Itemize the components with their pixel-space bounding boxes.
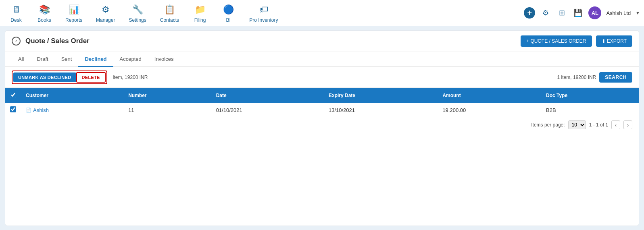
- main-content: ‹ Quote / Sales Order + QUOTE / SALES OR…: [5, 30, 639, 226]
- nav-item-bi[interactable]: 🔵 BI: [216, 1, 240, 25]
- select-all-checkbox[interactable]: [10, 92, 16, 98]
- nav-item-settings[interactable]: 🔧 Settings: [124, 1, 151, 25]
- column-header-date: Date: [211, 88, 324, 103]
- tab-invoices[interactable]: Invoices: [148, 52, 180, 67]
- action-buttons-outline: UNMARK AS DECLINED DELETE: [12, 70, 107, 84]
- toolbar-row: UNMARK AS DECLINED DELETE item, 19200 IN…: [5, 67, 639, 88]
- tabs-row: All Draft Sent Declined Accepted Invoice…: [5, 52, 639, 67]
- page-info: 1 - 1 of 1: [589, 122, 608, 128]
- books-icon: 📚: [38, 3, 51, 16]
- desk-icon: 🖥: [10, 3, 23, 16]
- row-checkbox-cell: [5, 103, 21, 117]
- total-info: 1 item, 19200 INR: [557, 75, 596, 80]
- delete-button[interactable]: DELETE: [76, 72, 106, 83]
- user-label[interactable]: Ashish Ltd: [606, 10, 631, 16]
- nav-right: + ⚙ ⊞ 💾 AL Ashish Ltd ▼: [524, 6, 640, 19]
- pagination-row: Items per page: 10 25 50 1 - 1 of 1 ‹ ›: [5, 117, 639, 133]
- pro-inventory-icon: 🏷: [257, 3, 270, 16]
- nav-item-contacts[interactable]: 📋 Contacts: [155, 1, 184, 25]
- nav-label-bi: BI: [226, 17, 230, 23]
- prev-page-button[interactable]: ‹: [611, 120, 620, 129]
- nav-label-settings: Settings: [129, 17, 146, 23]
- nav-item-books[interactable]: 📚 Books: [32, 1, 56, 25]
- table-row: 📄 Ashish 11 01/10/2021 13/10/2021 19,200…: [5, 103, 639, 117]
- table-header-row: Customer Number Date Expiry Date Amount …: [5, 88, 639, 103]
- settings-icon: 🔧: [131, 3, 144, 16]
- top-nav: 🖥 Desk 📚 Books 📊 Reports ⚙ Manager 🔧 Set…: [0, 0, 644, 26]
- filing-icon: 📁: [194, 3, 206, 16]
- nav-items: 🖥 Desk 📚 Books 📊 Reports ⚙ Manager 🔧 Set…: [4, 1, 524, 25]
- items-per-page-label: Items per page:: [531, 122, 565, 128]
- header-actions: + QUOTE / SALES ORDER ⬆ EXPORT: [521, 35, 632, 47]
- nav-item-filing[interactable]: 📁 Filing: [188, 1, 212, 25]
- export-button[interactable]: ⬆ EXPORT: [596, 35, 632, 47]
- save-icon[interactable]: 💾: [572, 7, 584, 19]
- grid-view-icon[interactable]: ⊞: [556, 7, 567, 19]
- nav-item-pro-inventory[interactable]: 🏷 Pro Inventory: [244, 1, 283, 25]
- row-date-cell: 01/10/2021: [211, 103, 324, 117]
- nav-label-manager: Manager: [96, 17, 115, 23]
- column-header-doc-type: Doc Type: [541, 88, 639, 103]
- column-header-amount: Amount: [438, 88, 541, 103]
- nav-item-manager[interactable]: ⚙ Manager: [91, 1, 120, 25]
- nav-label-desk: Desk: [10, 17, 21, 23]
- nav-label-reports: Reports: [65, 17, 82, 23]
- toolbar-right: 1 item, 19200 INR SEARCH: [557, 72, 632, 83]
- row-amount-cell: 19,200.00: [438, 103, 541, 117]
- search-button[interactable]: SEARCH: [599, 72, 632, 83]
- next-page-button[interactable]: ›: [623, 120, 632, 129]
- customer-name[interactable]: Ashish: [33, 107, 49, 113]
- nav-label-contacts: Contacts: [160, 17, 179, 23]
- back-button[interactable]: ‹: [12, 37, 21, 46]
- row-expiry-date-cell: 13/10/2021: [324, 103, 438, 117]
- nav-label-pro-inventory: Pro Inventory: [249, 17, 278, 23]
- page-header: ‹ Quote / Sales Order + QUOTE / SALES OR…: [5, 31, 639, 52]
- add-button[interactable]: +: [524, 7, 535, 19]
- tab-declined[interactable]: Declined: [78, 52, 113, 67]
- customer-link[interactable]: 📄 Ashish: [26, 107, 119, 113]
- column-header-expiry-date: Expiry Date: [324, 88, 438, 103]
- tab-draft[interactable]: Draft: [30, 52, 54, 67]
- row-number-cell: 11: [123, 103, 211, 117]
- column-header-customer: Customer: [21, 88, 123, 103]
- data-table: Customer Number Date Expiry Date Amount …: [5, 88, 639, 117]
- reports-icon: 📊: [67, 3, 80, 16]
- quote-sales-order-button[interactable]: + QUOTE / SALES ORDER: [521, 35, 592, 47]
- column-header-checkbox: [5, 88, 21, 103]
- manager-icon: ⚙: [99, 3, 112, 16]
- user-dropdown-caret-icon[interactable]: ▼: [636, 10, 640, 15]
- row-doc-type-cell: B2B: [541, 103, 639, 117]
- row-checkbox[interactable]: [10, 106, 16, 112]
- nav-item-reports[interactable]: 📊 Reports: [60, 1, 87, 25]
- nav-label-books: Books: [38, 17, 51, 23]
- page-title: Quote / Sales Order: [25, 37, 516, 45]
- document-icon: 📄: [26, 108, 31, 113]
- per-page-select[interactable]: 10 25 50: [568, 120, 586, 129]
- nav-item-desk[interactable]: 🖥 Desk: [4, 1, 28, 25]
- row-customer-cell: 📄 Ashish: [21, 103, 123, 117]
- tab-sent[interactable]: Sent: [55, 52, 79, 67]
- user-avatar[interactable]: AL: [588, 6, 601, 19]
- tab-all[interactable]: All: [12, 52, 30, 67]
- contacts-icon: 📋: [163, 3, 176, 16]
- nav-label-filing: Filing: [194, 17, 206, 23]
- unmark-as-declined-button[interactable]: UNMARK AS DECLINED: [13, 73, 76, 82]
- column-header-number: Number: [123, 88, 211, 103]
- selection-info: item, 19200 INR: [113, 75, 148, 80]
- settings-gear-icon[interactable]: ⚙: [540, 7, 551, 19]
- tab-accepted[interactable]: Accepted: [113, 52, 148, 67]
- bi-icon: 🔵: [222, 3, 235, 16]
